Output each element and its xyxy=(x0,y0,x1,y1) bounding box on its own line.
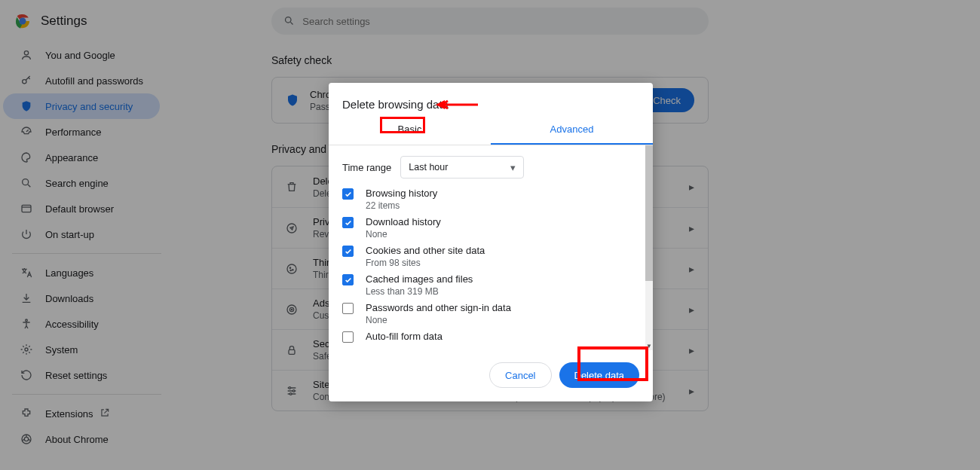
chevron-down-icon: ▾ xyxy=(510,162,516,173)
dialog-title: Delete browsing data xyxy=(329,83,653,114)
checkbox-autofill[interactable] xyxy=(342,331,354,343)
cancel-button[interactable]: Cancel xyxy=(489,362,551,388)
option-passwords: Passwords and other sign-in dataNone xyxy=(342,302,639,325)
option-sub: From 98 sites xyxy=(366,258,485,268)
dialog-scrollbar[interactable]: ▼ xyxy=(645,145,653,350)
option-sub: None xyxy=(366,315,511,325)
option-title: Cookies and other site data xyxy=(366,245,485,256)
dialog-tabs: Basic Advanced xyxy=(329,114,653,145)
time-range-label: Time range xyxy=(342,162,391,173)
dialog-actions: Cancel Delete data xyxy=(329,350,653,401)
checkbox-passwords[interactable] xyxy=(342,303,354,314)
option-browsing-history: Browsing history22 items xyxy=(342,188,639,211)
option-download-history: Download historyNone xyxy=(342,216,639,240)
scroll-thumb[interactable] xyxy=(645,145,653,281)
option-title: Auto-fill form data xyxy=(366,331,443,342)
option-title: Download history xyxy=(366,216,441,227)
option-title: Passwords and other sign-in data xyxy=(366,302,511,313)
option-cached-images: Cached images and filesLess than 319 MB xyxy=(342,273,639,297)
tab-advanced[interactable]: Advanced xyxy=(491,114,653,145)
time-range-select[interactable]: Last hour ▾ xyxy=(400,156,524,179)
option-title: Cached images and files xyxy=(366,273,473,285)
option-title: Browsing history xyxy=(366,188,437,199)
dialog-body: Time range Last hour ▾ Browsing history2… xyxy=(329,145,653,350)
checkbox-cookies[interactable] xyxy=(342,246,354,257)
option-sub: None xyxy=(366,229,441,240)
checkbox-cached-images[interactable] xyxy=(342,274,354,285)
scroll-down-icon[interactable]: ▼ xyxy=(645,341,653,350)
option-sub: Less than 319 MB xyxy=(366,286,473,297)
delete-browsing-data-dialog: Delete browsing data Basic Advanced Time… xyxy=(329,83,653,401)
checkbox-browsing-history[interactable] xyxy=(342,188,354,200)
tab-basic[interactable]: Basic xyxy=(329,114,491,145)
checkbox-download-history[interactable] xyxy=(342,217,354,228)
option-autofill: Auto-fill form data xyxy=(342,331,639,343)
time-range-value: Last hour xyxy=(409,162,448,172)
option-sub: 22 items xyxy=(366,200,437,211)
option-cookies: Cookies and other site dataFrom 98 sites xyxy=(342,245,639,268)
delete-data-button[interactable]: Delete data xyxy=(559,362,640,388)
